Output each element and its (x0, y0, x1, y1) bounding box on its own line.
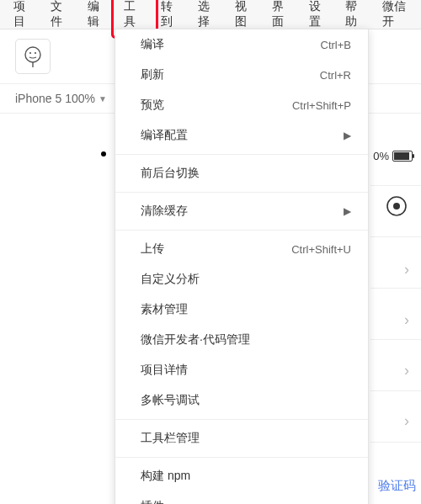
menu-entry[interactable]: 清除缓存▶ (115, 196, 368, 226)
verification-code-link[interactable]: 验证码 (378, 478, 416, 494)
menu-entry-label: 预览 (141, 98, 164, 113)
menu-entry-label: 前后台切换 (141, 166, 200, 181)
chevron-right-icon: ▶ (344, 130, 351, 141)
menu-entry-label: 项目详情 (141, 363, 188, 378)
chevron-down-icon: ▼ (99, 94, 107, 103)
menu-entry[interactable]: 项目详情 (115, 355, 368, 385)
background-list (370, 135, 421, 504)
menu-entry-shortcut: Ctrl+Shift+U (291, 243, 351, 256)
avatar[interactable] (15, 39, 51, 74)
menu-item-10[interactable]: 微信开 (374, 0, 421, 33)
face-icon (21, 45, 45, 68)
menu-entry[interactable]: 预览Ctrl+Shift+P (115, 90, 368, 120)
battery-percent: 0% (373, 150, 389, 162)
menu-entry-label: 编译配置 (141, 128, 188, 143)
menu-entry[interactable]: 自定义分析 (115, 264, 368, 294)
chevron-right-icon: › (404, 412, 409, 430)
menu-item-1[interactable]: 文件 (42, 0, 79, 33)
svg-point-5 (393, 203, 400, 210)
chevron-right-icon: › (404, 261, 409, 279)
chevron-right-icon: › (404, 311, 409, 329)
menu-entry-label: 编译 (141, 37, 164, 52)
menu-entry[interactable]: 上传Ctrl+Shift+U (115, 234, 368, 264)
menu-entry-shortcut: Ctrl+B (321, 39, 351, 51)
menu-entry-label: 多帐号调试 (141, 393, 200, 408)
bullet-icon (101, 151, 106, 157)
menu-entry[interactable]: 前后台切换 (115, 158, 368, 188)
menu-entry-label: 刷新 (141, 67, 164, 82)
menu-entry-label: 工具栏管理 (141, 431, 200, 446)
chevron-right-icon: › (404, 362, 409, 379)
menu-item-0[interactable]: 项目 (5, 0, 42, 33)
menu-entry-label: 自定义分析 (141, 272, 200, 287)
svg-point-1 (29, 52, 31, 54)
menu-entry-label: 上传 (141, 241, 164, 257)
menu-entry[interactable]: 编译Ctrl+B (115, 29, 368, 60)
menu-entry[interactable]: 构建 npm (115, 461, 368, 491)
menubar: 项目文件编辑工具转到选择视图界面设置帮助微信开 (0, 0, 421, 29)
battery-icon (392, 151, 413, 162)
menu-entry-label: 素材管理 (141, 302, 188, 317)
menu-entry-shortcut: Ctrl+Shift+P (292, 99, 351, 112)
tools-dropdown: 编译Ctrl+B刷新Ctrl+R预览Ctrl+Shift+P编译配置▶前后台切换… (115, 29, 369, 504)
device-label: iPhone 5 100% (15, 92, 95, 105)
menu-entry-label: 插件 (141, 499, 164, 504)
menu-entry[interactable]: 插件 (115, 491, 368, 504)
menu-entry[interactable]: 微信开发者·代码管理 (115, 325, 368, 355)
menu-entry[interactable]: 工具栏管理 (115, 423, 368, 454)
svg-point-0 (25, 47, 40, 62)
status-battery: 0% (373, 150, 413, 162)
menu-entry[interactable]: 编译配置▶ (115, 120, 368, 151)
record-icon[interactable] (386, 195, 408, 217)
menu-entry-label: 构建 npm (141, 469, 190, 484)
menu-entry[interactable]: 素材管理 (115, 294, 368, 325)
svg-point-2 (35, 52, 36, 54)
chevron-right-icon: ▶ (344, 205, 351, 217)
menu-entry[interactable]: 刷新Ctrl+R (115, 60, 368, 90)
menu-entry-label: 微信开发者·代码管理 (141, 332, 250, 347)
menu-entry-shortcut: Ctrl+R (320, 69, 351, 82)
menu-item-2[interactable]: 编辑 (79, 0, 116, 33)
menu-entry[interactable]: 多帐号调试 (115, 385, 368, 416)
menu-entry-label: 清除缓存 (141, 204, 188, 219)
